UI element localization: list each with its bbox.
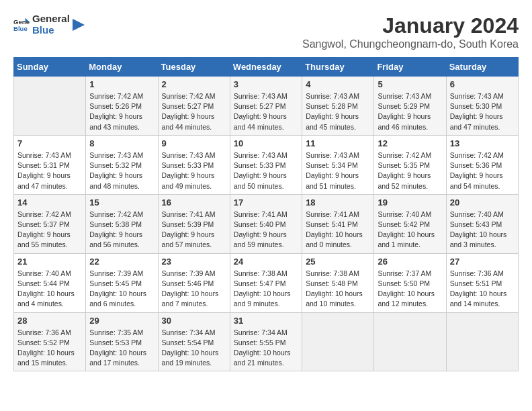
calendar-day-cell: 10Sunrise: 7:43 AMSunset: 5:33 PMDayligh… — [230, 135, 302, 194]
day-info: Sunrise: 7:35 AMSunset: 5:53 PMDaylight:… — [89, 328, 154, 369]
day-info: Sunrise: 7:43 AMSunset: 5:29 PMDaylight:… — [378, 91, 442, 132]
day-info: Sunrise: 7:42 AMSunset: 5:38 PMDaylight:… — [89, 210, 154, 250]
day-number: 21 — [17, 257, 82, 267]
calendar-day-cell: 21Sunrise: 7:40 AMSunset: 5:44 PMDayligh… — [14, 253, 86, 312]
calendar-header-row: SundayMondayTuesdayWednesdayThursdayFrid… — [14, 58, 519, 77]
day-number: 3 — [234, 79, 298, 89]
calendar-day-cell: 14Sunrise: 7:42 AMSunset: 5:37 PMDayligh… — [14, 194, 86, 253]
day-number: 14 — [17, 197, 82, 208]
day-number: 5 — [378, 79, 442, 89]
day-of-week-header: Saturday — [446, 58, 518, 77]
day-info: Sunrise: 7:41 AMSunset: 5:39 PMDaylight:… — [162, 210, 226, 250]
calendar-day-cell: 20Sunrise: 7:40 AMSunset: 5:43 PMDayligh… — [446, 194, 518, 253]
calendar-body: 1Sunrise: 7:42 AMSunset: 5:26 PMDaylight… — [14, 77, 519, 371]
day-info: Sunrise: 7:42 AMSunset: 5:37 PMDaylight:… — [17, 210, 82, 250]
calendar-day-cell: 28Sunrise: 7:36 AMSunset: 5:52 PMDayligh… — [14, 312, 86, 371]
day-number: 26 — [378, 257, 442, 267]
calendar-day-cell: 4Sunrise: 7:43 AMSunset: 5:28 PMDaylight… — [302, 77, 374, 136]
day-number: 10 — [234, 138, 298, 148]
day-number: 23 — [162, 257, 226, 267]
day-of-week-header: Sunday — [14, 58, 86, 77]
calendar-day-cell: 24Sunrise: 7:38 AMSunset: 5:47 PMDayligh… — [230, 253, 302, 312]
calendar-day-cell: 3Sunrise: 7:43 AMSunset: 5:27 PMDaylight… — [230, 77, 302, 136]
day-number: 20 — [450, 197, 515, 208]
day-info: Sunrise: 7:43 AMSunset: 5:27 PMDaylight:… — [234, 91, 298, 132]
svg-text:Blue: Blue — [13, 24, 28, 32]
logo-text-general: General — [32, 13, 70, 25]
day-number: 15 — [89, 197, 154, 208]
day-number: 25 — [306, 257, 370, 267]
day-number: 11 — [306, 138, 370, 148]
day-number: 24 — [234, 257, 298, 267]
calendar-week-row: 1Sunrise: 7:42 AMSunset: 5:26 PMDaylight… — [14, 77, 519, 136]
day-info: Sunrise: 7:41 AMSunset: 5:40 PMDaylight:… — [234, 210, 298, 250]
day-number: 29 — [89, 316, 154, 326]
calendar-day-cell: 23Sunrise: 7:39 AMSunset: 5:46 PMDayligh… — [158, 253, 230, 312]
day-info: Sunrise: 7:34 AMSunset: 5:54 PMDaylight:… — [162, 328, 226, 369]
calendar-day-cell: 27Sunrise: 7:36 AMSunset: 5:51 PMDayligh… — [446, 253, 518, 312]
calendar-day-cell: 29Sunrise: 7:35 AMSunset: 5:53 PMDayligh… — [86, 312, 158, 371]
day-info: Sunrise: 7:43 AMSunset: 5:34 PMDaylight:… — [306, 150, 370, 191]
logo-text-blue: Blue — [32, 25, 70, 36]
calendar-day-cell: 11Sunrise: 7:43 AMSunset: 5:34 PMDayligh… — [302, 135, 374, 194]
logo-icon: General Blue — [13, 17, 30, 33]
day-info: Sunrise: 7:43 AMSunset: 5:30 PMDaylight:… — [450, 91, 515, 132]
page-header: General Blue General Blue January 2024 S… — [13, 13, 519, 50]
logo-arrow-icon — [73, 19, 85, 31]
day-number: 18 — [306, 197, 370, 208]
day-number: 22 — [89, 257, 154, 267]
day-number: 7 — [17, 138, 82, 148]
day-number: 1 — [89, 79, 154, 89]
day-info: Sunrise: 7:42 AMSunset: 5:26 PMDaylight:… — [89, 91, 154, 132]
calendar-day-cell: 9Sunrise: 7:43 AMSunset: 5:33 PMDaylight… — [158, 135, 230, 194]
day-info: Sunrise: 7:41 AMSunset: 5:41 PMDaylight:… — [306, 210, 370, 250]
day-info: Sunrise: 7:40 AMSunset: 5:42 PMDaylight:… — [378, 210, 442, 250]
calendar-day-cell: 2Sunrise: 7:42 AMSunset: 5:27 PMDaylight… — [158, 77, 230, 136]
day-of-week-header: Monday — [86, 58, 158, 77]
day-number: 8 — [89, 138, 154, 148]
calendar-subtitle: Sangwol, Chungcheongnam-do, South Korea — [302, 38, 519, 50]
svg-marker-3 — [73, 19, 85, 31]
day-number: 31 — [234, 316, 298, 326]
title-section: January 2024 Sangwol, Chungcheongnam-do,… — [302, 13, 519, 50]
day-of-week-header: Friday — [374, 58, 446, 77]
calendar-week-row: 14Sunrise: 7:42 AMSunset: 5:37 PMDayligh… — [14, 194, 519, 253]
day-info: Sunrise: 7:39 AMSunset: 5:45 PMDaylight:… — [89, 269, 154, 310]
day-number: 27 — [450, 257, 515, 267]
calendar-day-cell — [14, 77, 86, 136]
day-of-week-header: Tuesday — [158, 58, 230, 77]
calendar-day-cell — [374, 312, 446, 371]
day-info: Sunrise: 7:43 AMSunset: 5:32 PMDaylight:… — [89, 150, 154, 191]
day-info: Sunrise: 7:37 AMSunset: 5:50 PMDaylight:… — [378, 269, 442, 310]
day-of-week-header: Thursday — [302, 58, 374, 77]
day-info: Sunrise: 7:36 AMSunset: 5:52 PMDaylight:… — [17, 328, 82, 369]
day-info: Sunrise: 7:43 AMSunset: 5:33 PMDaylight:… — [234, 150, 298, 191]
calendar-day-cell: 31Sunrise: 7:34 AMSunset: 5:55 PMDayligh… — [230, 312, 302, 371]
day-number: 17 — [234, 197, 298, 208]
day-number: 13 — [450, 138, 515, 148]
calendar-day-cell: 30Sunrise: 7:34 AMSunset: 5:54 PMDayligh… — [158, 312, 230, 371]
day-number: 16 — [162, 197, 226, 208]
calendar-day-cell: 5Sunrise: 7:43 AMSunset: 5:29 PMDaylight… — [374, 77, 446, 136]
day-info: Sunrise: 7:38 AMSunset: 5:47 PMDaylight:… — [234, 269, 298, 310]
day-info: Sunrise: 7:39 AMSunset: 5:46 PMDaylight:… — [162, 269, 226, 310]
day-info: Sunrise: 7:43 AMSunset: 5:31 PMDaylight:… — [17, 150, 82, 191]
day-info: Sunrise: 7:43 AMSunset: 5:28 PMDaylight:… — [306, 91, 370, 132]
calendar-day-cell: 12Sunrise: 7:42 AMSunset: 5:35 PMDayligh… — [374, 135, 446, 194]
day-of-week-header: Wednesday — [230, 58, 302, 77]
day-info: Sunrise: 7:38 AMSunset: 5:48 PMDaylight:… — [306, 269, 370, 310]
day-info: Sunrise: 7:42 AMSunset: 5:27 PMDaylight:… — [162, 91, 226, 132]
day-number: 6 — [450, 79, 515, 89]
calendar-day-cell: 6Sunrise: 7:43 AMSunset: 5:30 PMDaylight… — [446, 77, 518, 136]
day-number: 2 — [162, 79, 226, 89]
day-info: Sunrise: 7:40 AMSunset: 5:43 PMDaylight:… — [450, 210, 515, 250]
day-number: 30 — [162, 316, 226, 326]
calendar-day-cell: 26Sunrise: 7:37 AMSunset: 5:50 PMDayligh… — [374, 253, 446, 312]
calendar-day-cell: 1Sunrise: 7:42 AMSunset: 5:26 PMDaylight… — [86, 77, 158, 136]
calendar-day-cell: 25Sunrise: 7:38 AMSunset: 5:48 PMDayligh… — [302, 253, 374, 312]
day-number: 4 — [306, 79, 370, 89]
calendar-week-row: 21Sunrise: 7:40 AMSunset: 5:44 PMDayligh… — [14, 253, 519, 312]
calendar-day-cell — [446, 312, 518, 371]
day-info: Sunrise: 7:40 AMSunset: 5:44 PMDaylight:… — [17, 269, 82, 310]
calendar-day-cell: 15Sunrise: 7:42 AMSunset: 5:38 PMDayligh… — [86, 194, 158, 253]
